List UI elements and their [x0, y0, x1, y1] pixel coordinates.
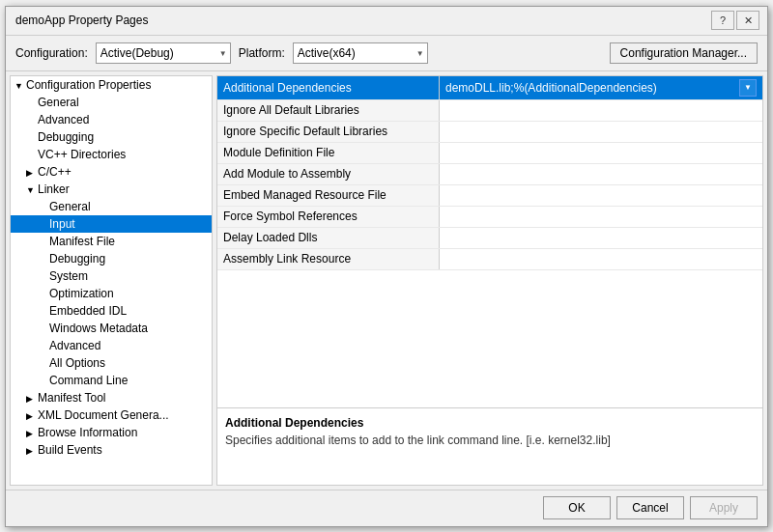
bottom-bar: OK Cancel Apply — [6, 490, 767, 526]
tree-item-label: Embedded IDL — [49, 304, 127, 318]
platform-label: Platform: — [239, 46, 285, 60]
prop-name-assembly-link: Assembly Link Resource — [217, 249, 440, 269]
prop-row-delay-loaded[interactable]: Delay Loaded Dlls — [217, 228, 762, 249]
prop-row-force-symbol[interactable]: Force Symbol References — [217, 207, 762, 228]
tree-item-xml-doc[interactable]: ▶XML Document Genera... — [11, 406, 212, 424]
tree-item-advanced[interactable]: Advanced — [11, 111, 212, 128]
tree-item-browse-info[interactable]: ▶Browse Information — [11, 424, 212, 441]
tree-item-label: Configuration Properties — [26, 78, 151, 92]
prop-value-embed-managed — [440, 185, 762, 206]
tree-item-linker[interactable]: ▼Linker — [11, 181, 212, 198]
tree-item-label: Optimization — [49, 287, 114, 300]
tree-item-label: VC++ Directories — [38, 148, 126, 161]
config-select[interactable]: Active(Debug) — [96, 42, 231, 64]
tree-item-config-props[interactable]: ▼Configuration Properties — [11, 76, 212, 94]
prop-name-ignore-all: Ignore All Default Libraries — [217, 100, 440, 121]
prop-value-ignore-specific — [440, 122, 762, 142]
tree-item-general[interactable]: General — [11, 94, 212, 111]
prop-value-add-module — [440, 164, 762, 184]
prop-name-ignore-specific: Ignore Specific Default Libraries — [217, 122, 440, 142]
prop-row-ignore-all[interactable]: Ignore All Default Libraries — [217, 100, 762, 122]
config-manager-button[interactable]: Configuration Manager... — [610, 42, 758, 64]
main-content: ▼Configuration PropertiesGeneralAdvanced… — [6, 70, 767, 490]
tree-item-linker-advanced[interactable]: Advanced — [11, 337, 212, 354]
chevron-down-icon: ▼ — [26, 185, 38, 195]
cancel-button[interactable]: Cancel — [616, 496, 684, 519]
tree-item-label: Manifest File — [49, 235, 115, 248]
close-button[interactable]: ✕ — [736, 11, 759, 30]
prop-row-additional-deps[interactable]: Additional DependenciesdemoDLL.lib;%(Add… — [217, 76, 762, 100]
tree-item-label: All Options — [49, 356, 105, 370]
tree-item-debugging[interactable]: Debugging — [11, 128, 212, 146]
platform-select-wrapper: Active(x64) — [293, 42, 428, 64]
chevron-right-icon: ▶ — [26, 168, 38, 178]
tree-item-build-events[interactable]: ▶Build Events — [11, 441, 212, 459]
tree-item-label: Advanced — [38, 113, 89, 126]
prop-row-embed-managed[interactable]: Embed Managed Resource File — [217, 185, 762, 207]
chevron-right-icon: ▶ — [26, 446, 38, 456]
dialog: demoApp Property Pages ? ✕ Configuration… — [5, 6, 768, 527]
tree-item-label: General — [38, 96, 79, 109]
platform-select[interactable]: Active(x64) — [293, 42, 428, 64]
chevron-down-icon: ▼ — [14, 81, 26, 91]
tree-item-linker-optim[interactable]: Optimization — [11, 285, 212, 302]
tree-item-label: Input — [49, 217, 75, 231]
tree-item-label: C/C++ — [38, 165, 72, 179]
prop-value-text: demoDLL.lib;%(AdditionalDependencies) — [445, 81, 657, 95]
description-title: Additional Dependencies — [225, 416, 755, 430]
tree-item-label: XML Document Genera... — [38, 408, 169, 422]
tree-item-label: Command Line — [49, 374, 128, 387]
tree-item-label: Manifest Tool — [38, 391, 105, 405]
prop-value-additional-deps: demoDLL.lib;%(AdditionalDependencies)▼ — [440, 76, 762, 99]
tree-item-linker-system[interactable]: System — [11, 267, 212, 285]
prop-name-force-symbol: Force Symbol References — [217, 207, 440, 227]
tree-item-label: Linker — [38, 182, 70, 196]
chevron-right-icon: ▶ — [26, 429, 38, 438]
ok-button[interactable]: OK — [543, 496, 611, 519]
chevron-right-icon: ▶ — [26, 394, 38, 404]
prop-row-module-def[interactable]: Module Definition File — [217, 143, 762, 164]
description-panel: Additional Dependencies Specifies additi… — [217, 407, 762, 485]
apply-button[interactable]: Apply — [690, 496, 758, 519]
tree-item-linker-embedded[interactable]: Embedded IDL — [11, 302, 212, 320]
tree-item-linker-allopts[interactable]: All Options — [11, 354, 212, 372]
tree-item-cpp[interactable]: ▶C/C++ — [11, 163, 212, 181]
prop-row-assembly-link[interactable]: Assembly Link Resource — [217, 249, 762, 270]
help-button[interactable]: ? — [711, 11, 734, 30]
tree-item-manifest-tool[interactable]: ▶Manifest Tool — [11, 389, 212, 406]
tree-item-linker-manifest[interactable]: Manifest File — [11, 233, 212, 250]
config-label: Configuration: — [15, 46, 88, 60]
tree-container: ▼Configuration PropertiesGeneralAdvanced… — [11, 76, 212, 459]
tree-item-label: Browse Information — [38, 426, 137, 439]
tree-item-linker-winmd[interactable]: Windows Metadata — [11, 320, 212, 337]
prop-row-ignore-specific[interactable]: Ignore Specific Default Libraries — [217, 122, 762, 143]
prop-name-additional-deps: Additional Dependencies — [217, 76, 440, 99]
tree-item-vc-dirs[interactable]: VC++ Directories — [11, 146, 212, 163]
prop-row-add-module[interactable]: Add Module to Assembly — [217, 164, 762, 185]
chevron-right-icon: ▶ — [26, 411, 38, 421]
tree-item-label: Build Events — [38, 443, 102, 457]
tree-item-linker-general[interactable]: General — [11, 198, 212, 215]
prop-name-delay-loaded: Delay Loaded Dlls — [217, 228, 440, 248]
tree-item-label: Advanced — [49, 339, 100, 352]
config-select-wrapper: Active(Debug) — [96, 42, 231, 64]
prop-name-embed-managed: Embed Managed Resource File — [217, 185, 440, 206]
prop-value-assembly-link — [440, 249, 762, 269]
prop-value-module-def — [440, 143, 762, 163]
tree-item-label: Windows Metadata — [49, 322, 148, 335]
tree-item-linker-debug[interactable]: Debugging — [11, 250, 212, 267]
tree-item-linker-cmdline[interactable]: Command Line — [11, 372, 212, 389]
prop-dropdown-button[interactable]: ▼ — [739, 79, 757, 97]
tree-item-label: General — [49, 200, 91, 213]
tree-item-label: System — [49, 269, 88, 283]
right-props-panel: Additional DependenciesdemoDLL.lib;%(Add… — [216, 75, 763, 486]
title-bar-buttons: ? ✕ — [711, 11, 759, 30]
props-table: Additional DependenciesdemoDLL.lib;%(Add… — [217, 76, 762, 407]
dialog-title: demoApp Property Pages — [15, 14, 148, 27]
tree-item-label: Debugging — [38, 130, 94, 144]
description-text: Specifies additional items to add to the… — [225, 434, 755, 447]
title-bar: demoApp Property Pages ? ✕ — [6, 7, 767, 36]
prop-value-force-symbol — [440, 207, 762, 227]
prop-value-delay-loaded — [440, 228, 762, 248]
tree-item-linker-input[interactable]: Input — [11, 215, 212, 233]
